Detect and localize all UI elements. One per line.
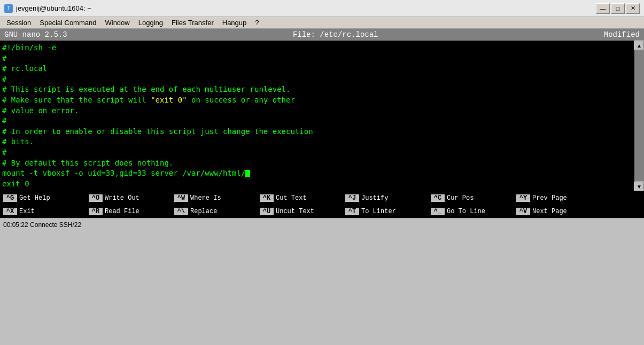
label-exit: Exit bbox=[19, 208, 35, 215]
status-bar: 00:05:22 Connecte SSH/22 bbox=[0, 218, 644, 231]
status-text: 00:05:22 Connecte SSH/22 bbox=[3, 221, 81, 229]
label-read-file: Read File bbox=[105, 208, 139, 215]
key-next-page: ^V bbox=[516, 208, 530, 215]
nano-topbar: GNU nano 2.5.3 File: /etc/rc.local Modif… bbox=[0, 29, 644, 41]
title-bar: T jevgenij@ubuntu1604: ~ — □ ✕ bbox=[0, 0, 644, 17]
key-prev-page: ^Y bbox=[516, 194, 530, 202]
app-icon: T bbox=[4, 4, 13, 13]
shortcut-cur-pos: ^C Cur Pos bbox=[428, 191, 513, 205]
menu-session[interactable]: Session bbox=[2, 18, 35, 28]
key-to-linter: ^T bbox=[345, 208, 359, 215]
label-write-out: Write Out bbox=[105, 194, 139, 202]
editor-content[interactable]: #!/bin/sh -e # # rc.local # # This scrip… bbox=[0, 41, 634, 191]
menu-files-transfer[interactable]: Files Transfer bbox=[167, 18, 218, 28]
restore-button[interactable]: □ bbox=[611, 3, 625, 14]
label-get-help: Get Help bbox=[19, 194, 50, 202]
editor-line-1: #!/bin/sh -e bbox=[2, 43, 632, 53]
shortcut-exit: ^X Exit bbox=[0, 205, 86, 218]
label-uncut-text: Uncut Text bbox=[276, 208, 314, 215]
shortcut-to-linter: ^T To Linter bbox=[342, 205, 428, 218]
editor-line-2: # bbox=[2, 53, 632, 64]
editor-line-14: mount -t vboxsf -o uid=33,gid=33 server … bbox=[2, 168, 632, 179]
shortcut-uncut-text: ^U Uncut Text bbox=[257, 205, 342, 218]
editor-line-6: # Make sure that the script will "exit 0… bbox=[2, 95, 632, 106]
menu-logging[interactable]: Logging bbox=[134, 18, 167, 28]
shortcut-cut-text: ^K Cut Text bbox=[257, 191, 342, 205]
scrollbar[interactable]: ▲ ▼ bbox=[634, 41, 644, 191]
menu-window[interactable]: Window bbox=[100, 18, 134, 28]
key-exit: ^X bbox=[3, 208, 17, 215]
label-prev-page: Prev Page bbox=[532, 194, 567, 202]
key-replace: ^\ bbox=[174, 208, 188, 215]
key-read-file: ^R bbox=[89, 208, 103, 215]
editor-line-12: # By default this script does nothing. bbox=[2, 158, 632, 169]
label-to-linter: To Linter bbox=[361, 208, 396, 215]
editor-line-8: # bbox=[2, 116, 632, 127]
key-where-is: ^W bbox=[174, 194, 188, 202]
label-cur-pos: Cur Pos bbox=[447, 194, 474, 202]
editor-line-10: # bits. bbox=[2, 137, 632, 147]
key-uncut-text: ^U bbox=[260, 208, 274, 215]
editor-line-4: # bbox=[2, 74, 632, 85]
minimize-button[interactable]: — bbox=[596, 3, 610, 14]
close-button[interactable]: ✕ bbox=[626, 3, 640, 14]
shortcut-prev-page: ^Y Prev Page bbox=[513, 191, 599, 205]
shortcut-replace: ^\ Replace bbox=[171, 205, 257, 218]
shortcut-justify: ^J Justify bbox=[342, 191, 428, 205]
editor-line-16: exit 0 bbox=[2, 179, 632, 190]
shortcut-write-out: ^O Write Out bbox=[86, 191, 171, 205]
label-next-page: Next Page bbox=[532, 208, 567, 215]
shortcut-go-to-line: ^_ Go To Line bbox=[428, 205, 513, 218]
menu-hangup[interactable]: Hangup bbox=[218, 18, 251, 28]
editor-line-11: # bbox=[2, 147, 632, 158]
menu-bar: Session Special Command Window Logging F… bbox=[0, 17, 644, 29]
key-cur-pos: ^C bbox=[431, 194, 445, 202]
scroll-down-button[interactable]: ▼ bbox=[634, 182, 644, 191]
shortcut-get-help: ^G Get Help bbox=[0, 191, 86, 205]
key-cut-text: ^K bbox=[260, 194, 274, 202]
key-justify: ^J bbox=[345, 194, 359, 202]
editor-line-7: # value on error. bbox=[2, 106, 632, 116]
title-bar-controls: — □ ✕ bbox=[596, 3, 640, 14]
menu-special-command[interactable]: Special Command bbox=[35, 18, 100, 28]
menu-help[interactable]: ? bbox=[251, 18, 263, 28]
label-justify: Justify bbox=[361, 194, 388, 202]
scroll-track[interactable] bbox=[634, 50, 644, 182]
terminal-area: #!/bin/sh -e # # rc.local # # This scrip… bbox=[0, 41, 644, 191]
key-get-help: ^G bbox=[3, 194, 17, 202]
editor-line-5: # This script is executed at the end of … bbox=[2, 84, 632, 95]
shortcuts-row-2: ^X Exit ^R Read File ^\ Replace ^U Uncut… bbox=[0, 205, 644, 218]
shortcuts-row-1: ^G Get Help ^O Write Out ^W Where Is ^K … bbox=[0, 191, 644, 205]
nano-modified: Modified bbox=[604, 30, 640, 39]
editor-line-3: # rc.local bbox=[2, 64, 632, 74]
label-cut-text: Cut Text bbox=[276, 194, 307, 202]
key-go-to-line: ^_ bbox=[431, 208, 445, 215]
shortcut-where-is: ^W Where Is bbox=[171, 191, 257, 205]
nano-filename: File: /etc/rc.local bbox=[293, 30, 378, 39]
label-where-is: Where Is bbox=[190, 194, 221, 202]
shortcuts-bar: ^G Get Help ^O Write Out ^W Where Is ^K … bbox=[0, 191, 644, 218]
editor-line-9: # In order to enable or disable this scr… bbox=[2, 127, 632, 137]
label-replace: Replace bbox=[190, 208, 217, 215]
label-go-to-line: Go To Line bbox=[447, 208, 485, 215]
shortcut-next-page: ^V Next Page bbox=[513, 205, 599, 218]
scroll-up-button[interactable]: ▲ bbox=[634, 41, 644, 50]
title-bar-text: jevgenij@ubuntu1604: ~ bbox=[16, 4, 596, 12]
nano-version: GNU nano 2.5.3 bbox=[4, 30, 67, 39]
key-write-out: ^O bbox=[89, 194, 103, 202]
shortcut-read-file: ^R Read File bbox=[86, 205, 171, 218]
